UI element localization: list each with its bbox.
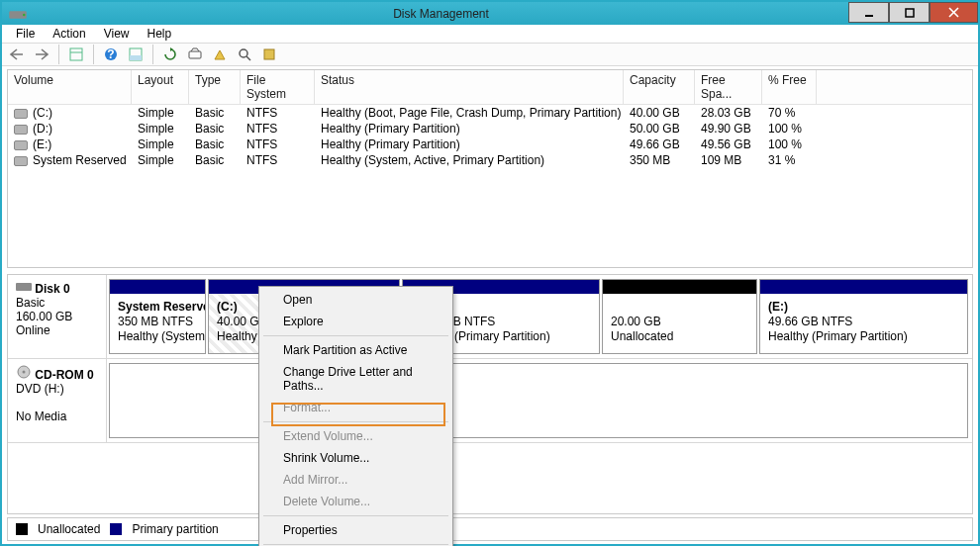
volume-icon [14,109,28,119]
ctx-change-drive-letter[interactable]: Change Drive Letter and Paths... [261,361,450,397]
find-icon[interactable] [234,44,255,65]
col-filesystem[interactable]: File System [241,70,315,104]
help-icon[interactable]: ? [100,44,122,65]
menu-view[interactable]: View [96,25,138,43]
volume-row[interactable]: (E:)SimpleBasicNTFSHealthy (Primary Part… [8,136,972,152]
col-free-space[interactable]: Free Spa... [695,70,762,104]
svg-rect-3 [906,9,914,17]
legend-label-primary: Primary partition [132,522,218,536]
ctx-properties[interactable]: Properties [261,519,450,541]
col-capacity[interactable]: Capacity [624,70,695,104]
cdrom-partition-empty[interactable] [109,363,968,438]
ctx-explore[interactable]: Explore [261,311,450,332]
pane-options-icon[interactable] [65,44,87,65]
cdrom-icon [16,365,32,379]
ctx-add-mirror: Add Mirror... [261,469,450,491]
view-bottom-icon[interactable] [125,44,147,65]
svg-text:?: ? [107,47,114,61]
action-menu-icon[interactable] [258,44,280,65]
cdrom-label[interactable]: CD-ROM 0 DVD (H:) No Media [8,359,107,442]
volume-row[interactable]: System ReservedSimpleBasicNTFSHealthy (S… [8,152,972,168]
svg-line-14 [246,56,250,60]
col-status[interactable]: Status [315,70,624,104]
rescan-disks-icon[interactable] [184,44,206,65]
maximize-button[interactable] [889,2,930,23]
svg-rect-6 [70,48,82,60]
disk-mgmt-icon [8,5,28,25]
back-button[interactable] [6,44,28,65]
svg-point-13 [240,49,247,57]
col-type[interactable]: Type [189,70,241,104]
window-title: Disk Management [34,7,848,21]
menu-file[interactable]: File [8,25,43,43]
disk-management-window: Disk Management File Action View Help ? … [0,0,980,546]
svg-rect-15 [264,49,274,59]
menubar: File Action View Help [2,25,978,44]
menu-help[interactable]: Help [140,25,180,43]
ctx-delete-volume: Delete Volume... [261,491,450,512]
col-pct-free[interactable]: % Free [762,70,817,104]
minimize-button[interactable] [848,2,889,23]
volume-icon [14,125,28,135]
svg-point-1 [23,14,26,17]
refresh-icon[interactable] [159,44,181,65]
svg-rect-16 [16,283,32,291]
disk-icon [16,281,32,293]
partition-e[interactable]: (E:)49.66 GB NTFSHealthy (Primary Partit… [759,279,968,354]
partition-system-reserved[interactable]: System Reserve350 MB NTFSHealthy (System… [109,279,206,354]
ctx-extend-volume: Extend Volume... [261,425,450,447]
toolbar: ? [2,44,978,66]
forward-button[interactable] [31,44,52,65]
ctx-mark-active[interactable]: Mark Partition as Active [261,339,450,361]
svg-rect-12 [189,51,201,58]
disk-graphical-view: Disk 0 Basic 160.00 GB Online System Res… [7,274,973,514]
volume-list: Volume Layout Type File System Status Ca… [7,69,973,268]
legend-swatch-primary [110,523,122,535]
svg-rect-11 [130,55,142,60]
context-menu: Open Explore Mark Partition as Active Ch… [258,286,453,546]
volume-icon [14,156,28,166]
disk0-label[interactable]: Disk 0 Basic 160.00 GB Online [8,275,107,358]
svg-point-18 [23,371,26,374]
legend-swatch-unallocated [16,523,28,535]
volume-row[interactable]: (D:)SimpleBasicNTFSHealthy (Primary Part… [8,121,972,136]
legend-label-unallocated: Unallocated [38,522,100,536]
menu-action[interactable]: Action [45,25,93,43]
partition-unallocated[interactable]: 20.00 GBUnallocated [602,279,757,354]
close-button[interactable] [930,2,978,23]
volume-icon [14,140,28,150]
attach-vhd-icon[interactable] [209,44,231,65]
legend: Unallocated Primary partition [7,517,973,541]
ctx-open[interactable]: Open [261,289,450,311]
ctx-shrink-volume[interactable]: Shrink Volume... [261,447,450,469]
col-volume[interactable]: Volume [8,70,132,104]
volume-row[interactable]: (C:)SimpleBasicNTFSHealthy (Boot, Page F… [8,105,972,121]
ctx-format: Format... [261,397,450,418]
col-layout[interactable]: Layout [132,70,189,104]
titlebar[interactable]: Disk Management [2,2,978,25]
